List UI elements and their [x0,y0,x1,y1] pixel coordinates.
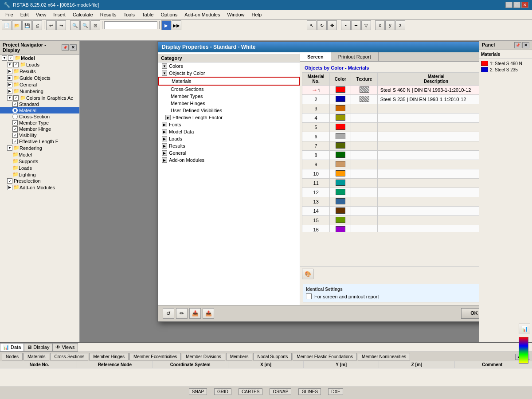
cartes-btn[interactable]: CARTES [239,388,262,395]
nav-material[interactable]: Material [0,107,79,113]
edit-colors-btn[interactable]: 🎨 [302,269,313,279]
dxf-btn[interactable]: DXF [328,388,343,395]
cat-colors[interactable]: ▼ Colors [158,63,300,70]
nav-member-type[interactable]: Member Type [0,120,79,126]
presel-checkbox[interactable] [7,178,12,184]
grid-btn[interactable]: GRID [214,388,231,395]
new-btn[interactable]: 📄 [2,20,12,30]
color-swatch[interactable] [336,217,345,223]
nav-render-model[interactable]: 📁 Model [0,151,79,158]
cell-color[interactable] [330,216,351,225]
visibility-checkbox[interactable] [12,133,18,138]
cell-color[interactable] [330,141,351,151]
cell-color[interactable] [330,86,351,95]
cell-color[interactable] [330,188,351,197]
snap-btn[interactable]: SNAP [189,388,207,395]
zoom-in-btn[interactable]: 🔍 [70,20,80,30]
nav-rendering[interactable]: ▼ 📁 Rendering [0,145,79,151]
cell-color[interactable] [330,104,351,113]
menu-addon[interactable]: Add-on Modules [181,11,223,18]
open-btn[interactable]: 📂 [12,20,22,30]
colors-checkbox[interactable] [13,95,19,101]
cat-results[interactable]: ▶ Results [158,142,300,149]
cell-color[interactable] [330,113,351,123]
color-swatch[interactable] [336,161,345,167]
bottom-tab-member-elastic[interactable]: Member Elastic Foundations [293,353,357,360]
cat-eff-length-factor[interactable]: ▶ Effective Length Factor [158,114,300,121]
cat-addon-modules[interactable]: ▶ Add-on Modules [158,156,300,164]
cat-user-visibilities[interactable]: User-Defined Visibilities [158,107,300,114]
colors-cat-expand[interactable]: ▼ [162,63,167,69]
nav-colors-graphics[interactable]: ▼ 📁 Colors in Graphics Ac [0,94,79,101]
results-expand[interactable]: ▶ [7,69,12,74]
run-btn[interactable]: ▶ [161,20,171,30]
bottom-tab-nodes[interactable]: Nodes [2,353,23,360]
bottom-tab-member-nonlin[interactable]: Member Nonlinearities [358,353,410,360]
cell-color[interactable] [330,95,351,104]
texture-swatch[interactable] [360,86,369,93]
nav-results[interactable]: ▶ 📁 Results [0,68,79,74]
cat-member-types[interactable]: Member Types [158,93,300,100]
rendering-expand[interactable]: ▼ [7,145,12,151]
cell-color[interactable] [330,151,351,160]
menu-edit[interactable]: Edit [17,11,32,18]
ok-button[interactable]: OK [461,308,479,319]
cell-color[interactable] [330,225,351,232]
fonts-expand[interactable]: ▶ [162,122,167,127]
cat-general[interactable]: ▶ General [158,149,300,156]
cat-materials[interactable]: Materials [158,77,300,86]
tab-printout[interactable]: Printout Report [331,52,379,61]
bottom-tab-cross-sections[interactable]: Cross-Sections [50,353,88,360]
title-bar-controls[interactable]: — □ ✕ [505,2,528,8]
nav-loads[interactable]: ▼ 📁 Loads [0,61,79,68]
nav-standard[interactable]: Standard [0,101,79,107]
menu-window[interactable]: Window [223,11,248,18]
nav-addon-modules[interactable]: ▶ 📁 Add-on Modules [0,184,79,191]
rotate-btn[interactable]: ↻ [317,20,327,30]
color-swatch[interactable] [336,226,345,232]
member-btn[interactable]: ━ [351,20,361,30]
nav-supports[interactable]: 📁 Supports [0,158,79,164]
cat-objects-by-color[interactable]: ▼ Objects by Color [158,70,300,77]
print-btn[interactable]: 🖨 [32,20,42,30]
tab-screen[interactable]: Screen [300,52,331,61]
cat-fonts[interactable]: ▶ Fonts [158,121,300,128]
loads-checkbox[interactable] [13,62,19,67]
general-cat-expand[interactable]: ▶ [162,150,167,156]
tab-views[interactable]: 👁 Views [52,343,78,352]
standard-checkbox[interactable] [12,102,18,107]
bottom-tab-nodal-supports[interactable]: Nodal Supports [253,353,292,360]
bottom-tab-member-divisions[interactable]: Member Divisions [182,353,225,360]
addon-cat-expand[interactable]: ▶ [162,157,167,163]
info-btn[interactable]: ✏ [176,308,188,319]
cross-section-radio[interactable] [12,114,18,119]
pan-btn[interactable]: ✥ [327,20,337,30]
color-swatch[interactable] [336,189,345,195]
obc-expand[interactable]: ▼ [162,70,167,76]
glines-btn[interactable]: GLINES [298,388,321,395]
nav-model[interactable]: ▼ 📁 Model [0,55,79,61]
cell-color[interactable] [330,207,351,216]
results-cat-expand[interactable]: ▶ [162,143,167,149]
color-swatch[interactable] [336,96,345,102]
save-btn[interactable]: 💾 [22,20,32,30]
cell-color[interactable] [330,179,351,188]
identical-settings-checkbox[interactable] [306,293,312,299]
run-all-btn[interactable]: ▶▶ [172,20,181,30]
select-btn[interactable]: ↖ [307,20,317,30]
export-btn[interactable]: 📤 [203,308,214,319]
color-swatch[interactable] [336,152,345,158]
nav-cross-section[interactable]: Cross-Section [0,113,79,120]
menu-insert[interactable]: Insert [50,11,69,18]
import-btn[interactable]: 📥 [189,308,201,319]
nav-member-hinge[interactable]: Member Hinge [0,126,79,132]
panel-close-btn[interactable]: ✕ [522,42,529,48]
guide-expand[interactable]: ▶ [7,75,12,81]
member-hinge-checkbox[interactable] [12,126,18,132]
color-swatch[interactable] [336,170,345,176]
menu-results[interactable]: Results [97,11,120,18]
cell-color[interactable] [330,160,351,169]
bottom-tab-materials[interactable]: Materials [23,353,50,360]
axis-x-btn[interactable]: x [375,20,385,30]
axis-y-btn[interactable]: y [385,20,395,30]
